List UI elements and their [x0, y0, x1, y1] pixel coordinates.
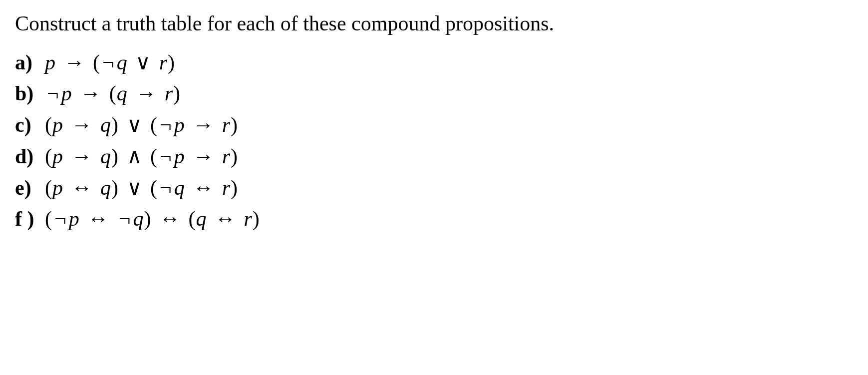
- list-item: e) (p ↔ q) ∨ (¬q ↔ r): [15, 175, 853, 200]
- item-formula-d: (p → q) ∧ (¬p → r): [45, 144, 238, 168]
- items-list: a) p → (¬q ∨ r) b) ¬p → (q → r) c) (p → …: [15, 50, 853, 231]
- list-item: f ) (¬p ↔ ¬q) ↔ (q ↔ r): [15, 207, 853, 231]
- item-formula-a: p → (¬q ∨ r): [45, 50, 175, 74]
- item-formula-e: (p ↔ q) ∨ (¬q ↔ r): [45, 175, 238, 200]
- item-label-a: a): [15, 50, 45, 74]
- item-label-f: f ): [15, 207, 45, 231]
- item-formula-c: (p → q) ∨ (¬p → r): [45, 112, 238, 137]
- item-label-c: c): [15, 113, 45, 137]
- list-item: d) (p → q) ∧ (¬p → r): [15, 144, 853, 168]
- item-formula-b: ¬p → (q → r): [45, 81, 181, 105]
- item-label-b: b): [15, 81, 45, 105]
- list-item: a) p → (¬q ∨ r): [15, 50, 853, 74]
- item-label-e: e): [15, 176, 45, 200]
- list-item: c) (p → q) ∨ (¬p → r): [15, 112, 853, 137]
- list-item: b) ¬p → (q → r): [15, 81, 853, 105]
- item-label-d: d): [15, 144, 45, 168]
- item-formula-f: (¬p ↔ ¬q) ↔ (q ↔ r): [45, 207, 260, 231]
- question-prompt: Construct a truth table for each of thes…: [15, 10, 579, 37]
